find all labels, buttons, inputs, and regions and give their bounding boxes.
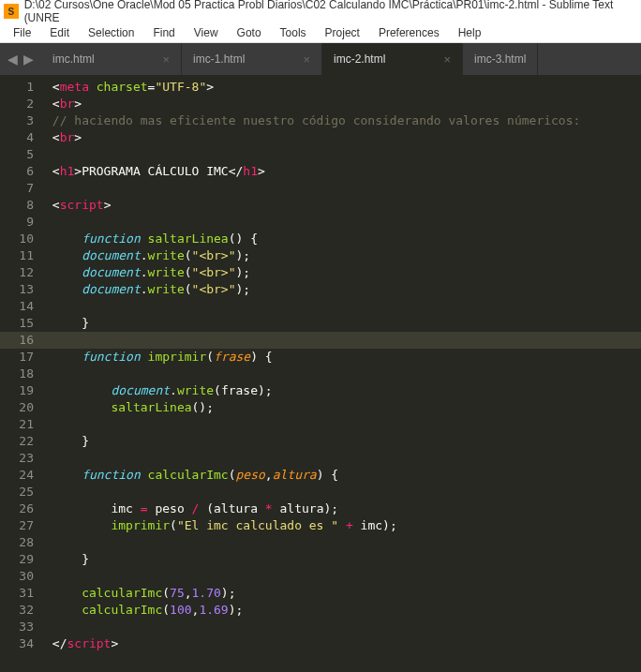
menu-edit[interactable]: Edit bbox=[40, 24, 79, 41]
code-line: </script> bbox=[45, 635, 641, 652]
code-line: function saltarLinea() { bbox=[45, 231, 641, 247]
titlebar: S D:\02 Cursos\One Oracle\Mod 05 Practic… bbox=[0, 0, 641, 22]
line-number: 1 bbox=[0, 79, 34, 96]
code-line bbox=[45, 298, 641, 315]
code-line: document.write("<br>"); bbox=[45, 264, 641, 281]
tab-imc-3[interactable]: imc-3.html bbox=[463, 43, 538, 75]
close-icon[interactable]: × bbox=[143, 52, 170, 67]
line-number: 10 bbox=[0, 231, 34, 247]
gutter: 1 2 3 4 5 6 7 8 9 10 11 12 13 14 15 16 1… bbox=[0, 75, 45, 672]
code-line: calcularImc(100,1.69); bbox=[45, 602, 641, 619]
code-line: calcularImc(75,1.70); bbox=[45, 585, 641, 602]
line-number: 9 bbox=[0, 214, 34, 231]
code-line: document.write(frase); bbox=[45, 382, 641, 399]
close-icon[interactable]: × bbox=[284, 52, 310, 67]
line-number: 30 bbox=[0, 568, 34, 585]
code-line: <br> bbox=[45, 129, 641, 146]
app-icon: S bbox=[4, 4, 19, 19]
line-number: 6 bbox=[0, 163, 34, 180]
tab-imc-2[interactable]: imc-2.html × bbox=[322, 43, 463, 75]
editor[interactable]: 1 2 3 4 5 6 7 8 9 10 11 12 13 14 15 16 1… bbox=[0, 75, 641, 672]
menu-tools[interactable]: Tools bbox=[271, 24, 316, 41]
tab-label: imc.html bbox=[52, 52, 95, 66]
line-number: 17 bbox=[0, 349, 34, 366]
line-number: 18 bbox=[0, 366, 34, 382]
line-number: 31 bbox=[0, 585, 34, 602]
code-line bbox=[45, 332, 641, 349]
line-number: 15 bbox=[0, 315, 34, 332]
line-number: 5 bbox=[0, 146, 34, 163]
line-number: 28 bbox=[0, 534, 34, 551]
code-line bbox=[45, 416, 641, 433]
menu-file[interactable]: File bbox=[4, 24, 40, 41]
code-line bbox=[45, 450, 641, 467]
line-number: 12 bbox=[0, 264, 34, 281]
code-line: imc = peso / (altura * altura); bbox=[45, 500, 641, 517]
line-number: 4 bbox=[0, 129, 34, 146]
line-number: 26 bbox=[0, 500, 34, 517]
menu-preferences[interactable]: Preferences bbox=[369, 24, 449, 41]
code-line: <br> bbox=[45, 96, 641, 112]
line-number: 2 bbox=[0, 96, 34, 112]
nav-forward-icon[interactable]: ▶ bbox=[23, 52, 34, 67]
code-line: } bbox=[45, 433, 641, 450]
menu-help[interactable]: Help bbox=[449, 24, 491, 41]
line-number: 21 bbox=[0, 416, 34, 433]
code-line: <script> bbox=[45, 197, 641, 214]
code-line bbox=[45, 180, 641, 197]
line-number: 13 bbox=[0, 281, 34, 298]
tabs: imc.html × imc-1.html × imc-2.html × imc… bbox=[41, 43, 538, 75]
line-number: 32 bbox=[0, 602, 34, 619]
code-line bbox=[45, 619, 641, 635]
code-line: function calcularImc(peso,altura) { bbox=[45, 467, 641, 484]
code-area[interactable]: <meta charset="UTF-8"> <br> // haciendo … bbox=[45, 75, 641, 672]
tab-bar: ◀ ▶ imc.html × imc-1.html × imc-2.html ×… bbox=[0, 43, 641, 75]
code-line: document.write("<br>"); bbox=[45, 281, 641, 298]
code-line: saltarLinea(); bbox=[45, 399, 641, 416]
line-number: 25 bbox=[0, 484, 34, 500]
tab-label: imc-2.html bbox=[334, 52, 385, 66]
tab-label: imc-3.html bbox=[474, 52, 526, 66]
code-line: <h1>PROGRAMA CÁLCULO IMC</h1> bbox=[45, 163, 641, 180]
menu-selection[interactable]: Selection bbox=[79, 24, 143, 41]
nav-back-icon[interactable]: ◀ bbox=[7, 52, 18, 67]
line-number: 34 bbox=[0, 635, 34, 652]
code-line: function imprimir(frase) { bbox=[45, 349, 641, 366]
code-line bbox=[45, 568, 641, 585]
menu-goto[interactable]: Goto bbox=[228, 24, 271, 41]
line-number: 11 bbox=[0, 247, 34, 264]
code-line: <meta charset="UTF-8"> bbox=[45, 79, 641, 96]
line-number: 16 bbox=[0, 332, 45, 349]
tab-imc[interactable]: imc.html × bbox=[41, 43, 182, 75]
close-icon[interactable]: × bbox=[425, 52, 451, 67]
menu-project[interactable]: Project bbox=[316, 24, 369, 41]
code-line: } bbox=[45, 315, 641, 332]
menu-view[interactable]: View bbox=[185, 24, 228, 41]
tab-imc-1[interactable]: imc-1.html × bbox=[182, 43, 322, 75]
line-number: 20 bbox=[0, 399, 34, 416]
line-number: 27 bbox=[0, 517, 34, 534]
nav-arrows: ◀ ▶ bbox=[0, 52, 41, 67]
code-line bbox=[45, 534, 641, 551]
line-number: 8 bbox=[0, 197, 34, 214]
line-number: 7 bbox=[0, 180, 34, 197]
line-number: 14 bbox=[0, 298, 34, 315]
code-line: } bbox=[45, 551, 641, 568]
code-line: imprimir("El imc calculado es " + imc); bbox=[45, 517, 641, 534]
line-number: 22 bbox=[0, 433, 34, 450]
line-number: 33 bbox=[0, 619, 34, 635]
code-line bbox=[45, 214, 641, 231]
code-line bbox=[45, 484, 641, 500]
line-number: 23 bbox=[0, 450, 34, 467]
line-number: 24 bbox=[0, 467, 34, 484]
title-text: D:\02 Cursos\One Oracle\Mod 05 Practica … bbox=[24, 0, 637, 24]
code-line bbox=[45, 146, 641, 163]
line-number: 19 bbox=[0, 382, 34, 399]
line-number: 29 bbox=[0, 551, 34, 568]
menu-find[interactable]: Find bbox=[143, 24, 184, 41]
code-line: // haciendo mas eficiente nuestro código… bbox=[45, 112, 641, 129]
code-line bbox=[45, 366, 641, 382]
code-line: document.write("<br>"); bbox=[45, 247, 641, 264]
menubar: File Edit Selection Find View Goto Tools… bbox=[0, 22, 641, 43]
tab-label: imc-1.html bbox=[193, 52, 245, 66]
